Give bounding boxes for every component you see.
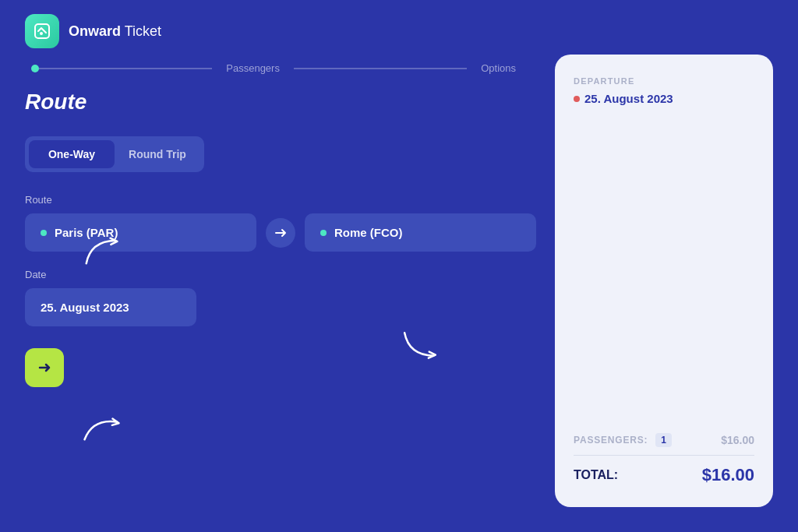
destination-input[interactable]: Rome (FCO) xyxy=(305,213,536,252)
total-amount: $16.00 xyxy=(702,465,754,485)
origin-dot xyxy=(41,230,47,236)
arrow-decoration-2 xyxy=(76,409,129,453)
date-value: 25. August 2023 xyxy=(41,301,129,314)
total-row: TOTAL: $16.00 xyxy=(574,465,754,485)
summary-spacer xyxy=(574,105,754,433)
origin-value: Paris (PAR) xyxy=(55,226,118,239)
date-label: Date xyxy=(25,269,536,280)
date-input[interactable]: 25. August 2023 xyxy=(25,288,196,326)
total-label: TOTAL: xyxy=(574,468,618,482)
route-label: Route xyxy=(25,194,536,206)
step-passengers: Passengers xyxy=(212,62,294,74)
origin-input[interactable]: Paris (PAR) xyxy=(25,213,256,252)
passengers-price: $16.00 xyxy=(721,434,754,446)
one-way-button[interactable]: One-Way xyxy=(29,140,115,168)
departure-dot xyxy=(574,96,580,102)
step-line-1 xyxy=(39,68,212,69)
arrow-decoration-right xyxy=(391,324,447,375)
form-area: Route One-Way Round Trip Route Paris (PA… xyxy=(25,90,536,387)
round-trip-button[interactable]: Round Trip xyxy=(115,140,200,168)
header: Onward Ticket xyxy=(0,0,798,62)
next-button[interactable] xyxy=(25,348,64,387)
summary-card: DEPARTURE 25. August 2023 PASSENGERS: 1 … xyxy=(555,55,773,507)
passengers-label: PASSENGERS: xyxy=(574,435,648,446)
swap-button[interactable] xyxy=(266,218,295,248)
svg-rect-0 xyxy=(35,24,49,38)
passengers-row: PASSENGERS: 1 $16.00 xyxy=(574,433,754,447)
trip-type-toggle: One-Way Round Trip xyxy=(25,136,204,172)
departure-date-value: 25. August 2023 xyxy=(584,92,673,105)
page-title: Route xyxy=(25,90,536,115)
main-content: Passengers Options Route One-Way Round T… xyxy=(0,62,798,532)
steps-nav: Passengers Options xyxy=(25,62,536,74)
summary-divider xyxy=(574,455,754,456)
step-options: Options xyxy=(467,62,530,74)
route-row: Paris (PAR) Rome (FCO) xyxy=(25,213,536,252)
passengers-count: 1 xyxy=(655,433,672,447)
app-title: Onward Ticket xyxy=(69,23,161,40)
departure-date-row: 25. August 2023 xyxy=(574,92,754,105)
logo-icon xyxy=(25,14,59,48)
svg-point-1 xyxy=(40,32,43,35)
left-panel: Passengers Options Route One-Way Round T… xyxy=(25,62,536,507)
departure-label: DEPARTURE xyxy=(574,76,754,86)
step-line-2 xyxy=(294,68,467,69)
destination-value: Rome (FCO) xyxy=(334,226,403,239)
destination-dot xyxy=(320,230,327,236)
step-dot-route xyxy=(31,65,39,72)
